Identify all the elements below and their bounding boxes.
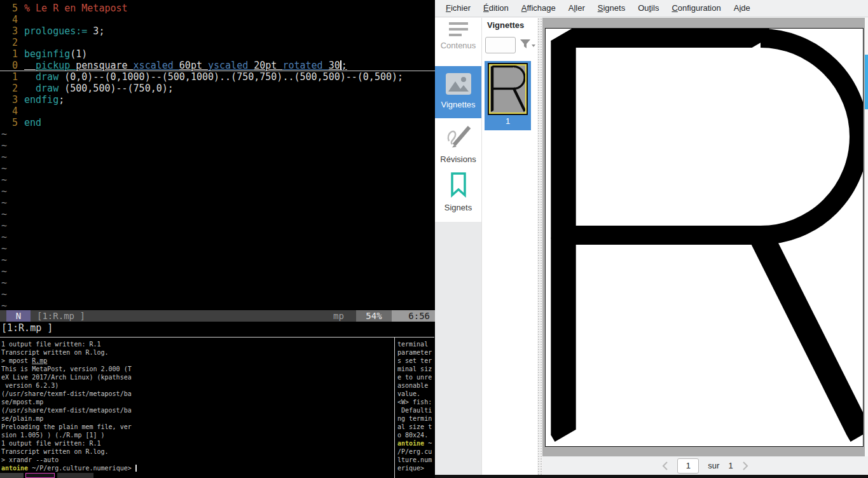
- terminal-line: Defaulti: [397, 406, 434, 414]
- code-line: 1 draw (0,0)--(0,1000)--(500,1000)..(750…: [0, 71, 435, 83]
- total-pages: 1: [728, 461, 733, 470]
- sidebar-background-lower: [435, 222, 481, 475]
- code-line: 3prologues:= 3;: [0, 25, 435, 37]
- terminal-line: <W> fish:: [397, 398, 434, 406]
- code-line: 1beginfig(1): [0, 48, 435, 60]
- menu-item[interactable]: Outils: [633, 0, 663, 17]
- code-line: 3endfig;: [0, 94, 435, 106]
- terminal-line: s set ter: [397, 357, 434, 365]
- sidebar-item-contents[interactable]: Contenus: [435, 21, 481, 64]
- sidebar-item-thumbnails[interactable]: Vignettes: [435, 66, 481, 118]
- terminal-line: (/usr/share/texmf-dist/metapost/ba: [1, 390, 393, 398]
- empty-line-tilde: ~: [0, 220, 435, 231]
- statusline-percent: 54%: [356, 310, 392, 322]
- terminal-line: al size t: [397, 423, 434, 431]
- empty-line-tilde: ~: [0, 266, 435, 277]
- pane-divider-vertical[interactable]: [394, 337, 395, 478]
- narrow-terminal[interactable]: terminalparameters set terminal size to …: [397, 340, 434, 475]
- statusline-position: 6:56: [392, 310, 435, 322]
- empty-line-tilde: ~: [0, 151, 435, 163]
- code-line: 4: [0, 14, 435, 25]
- empty-line-tilde: ~: [0, 197, 435, 208]
- menu-item[interactable]: Fichier: [441, 0, 475, 17]
- thumbnail-search-input[interactable]: [485, 37, 516, 53]
- code-line: 5% Le R en Metapost: [0, 3, 435, 14]
- empty-line-tilde: ~: [0, 289, 435, 300]
- terminal-line: version 6.2.3): [1, 381, 393, 390]
- taskbar-active-window-button[interactable]: [25, 473, 55, 478]
- thumbnail-page-number: 1: [485, 116, 531, 126]
- terminal-line: > mpost R.mp: [1, 357, 393, 365]
- menu-item[interactable]: Signets: [593, 0, 630, 17]
- vertical-scrollbar[interactable]: [865, 18, 868, 456]
- sidebar-item-label: Signets: [435, 203, 481, 212]
- empty-line-tilde: ~: [0, 231, 435, 243]
- pane-divider-horizontal[interactable]: [0, 337, 434, 338]
- taskbar-window-button[interactable]: [57, 473, 93, 478]
- code-line: 0 pickup pensquare xscaled 60pt yscaled …: [0, 60, 435, 71]
- empty-line-tilde: ~: [0, 254, 435, 266]
- vim-statusline: N [1:R.mp ] mp 54% 6:56: [0, 310, 435, 322]
- r-figure: [546, 29, 864, 447]
- next-page-icon[interactable]: [742, 461, 748, 471]
- terminal-line: minal siz: [397, 365, 434, 373]
- terminal-line: e to unre: [397, 373, 434, 381]
- terminal-line: sion 1.005) ) (./R.mp [1] ): [1, 431, 393, 439]
- page-navigation-bar: 1 sur 1: [542, 456, 868, 475]
- sidebar-item-bookmarks[interactable]: Signets: [435, 172, 481, 220]
- empty-line-tilde: ~: [0, 163, 435, 174]
- statusline-buffer: [1:R.mp ]: [37, 310, 85, 322]
- terminal-line: Preloading the plain mem file, ver: [1, 423, 393, 431]
- menu-item[interactable]: Édition: [479, 0, 513, 17]
- statusline-filetype: mp: [333, 310, 344, 322]
- annotation-pencil-icon: [444, 121, 473, 150]
- thumbnail-r-figure: [490, 65, 525, 113]
- sidebar-item-reviews[interactable]: Révisions: [435, 121, 481, 169]
- terminal-line: (/usr/share/texmf-dist/metapost/ba: [1, 406, 393, 414]
- terminal-line: Transcript written on R.log.: [1, 348, 393, 357]
- terminal-line: This is MetaPost, version 2.000 (T: [1, 365, 393, 373]
- terminal-line: parameter: [397, 348, 434, 357]
- filter-icon[interactable]: [520, 39, 536, 51]
- panel-splitter[interactable]: [537, 18, 542, 475]
- menu-item[interactable]: Affichage: [517, 0, 560, 17]
- shell-terminal[interactable]: 1 output file written: R.1Transcript wri…: [1, 340, 393, 474]
- terminal-line: se/mpost.mp: [1, 398, 393, 406]
- terminal-line: lture.num: [397, 456, 434, 464]
- terminal-line: 1 output file written: R.1: [1, 340, 393, 348]
- okular-window: FichierÉditionAffichageAllerSignetsOutil…: [435, 0, 868, 478]
- code-area: 5% Le R en Metapost43prologues:= 3;21beg…: [0, 3, 435, 310]
- taskbar-window-button[interactable]: [0, 473, 24, 478]
- sidebar-item-label: Vignettes: [435, 100, 481, 109]
- contents-icon: [448, 21, 469, 36]
- terminal-line: asonable: [397, 381, 434, 390]
- bottom-edge-strip: [435, 475, 868, 478]
- menu-bar: FichierÉditionAffichageAllerSignetsOutil…: [435, 0, 868, 17]
- sidebar-item-label: Révisions: [435, 154, 481, 164]
- current-page-input[interactable]: 1: [677, 458, 699, 474]
- vim-mode-badge: N: [6, 310, 31, 322]
- menu-item[interactable]: Configuration: [667, 0, 725, 17]
- scrollbar-handle[interactable]: [865, 55, 868, 109]
- empty-line-tilde: ~: [0, 243, 435, 254]
- terminal-line: terminal: [397, 340, 434, 348]
- menu-item[interactable]: Aide: [729, 0, 755, 17]
- terminal-line: se/plain.mp: [1, 414, 393, 423]
- vim-editor[interactable]: 5% Le R en Metapost43prologues:= 3;21beg…: [0, 0, 435, 310]
- empty-line-tilde: ~: [0, 128, 435, 140]
- bookmark-icon: [448, 172, 469, 198]
- menu-item[interactable]: Aller: [564, 0, 589, 17]
- page-count-label: sur: [708, 461, 719, 470]
- empty-line-tilde: ~: [0, 300, 435, 310]
- empty-line-tilde: ~: [0, 140, 435, 151]
- pdf-page: [545, 28, 864, 447]
- terminal-line: ng termin: [397, 414, 434, 423]
- terminal-line: value.: [397, 390, 434, 398]
- terminal-line: eX Live 2017/Arch Linux) (kpathsea: [1, 373, 393, 381]
- document-canvas[interactable]: [542, 18, 868, 456]
- page-thumbnail[interactable]: [488, 63, 528, 115]
- empty-line-tilde: ~: [0, 174, 435, 186]
- terminal-line: o 80x24.: [397, 431, 434, 439]
- previous-page-icon[interactable]: [662, 461, 668, 471]
- terminal-line: antoine ~/P/erg.culture.numerique>: [1, 464, 393, 472]
